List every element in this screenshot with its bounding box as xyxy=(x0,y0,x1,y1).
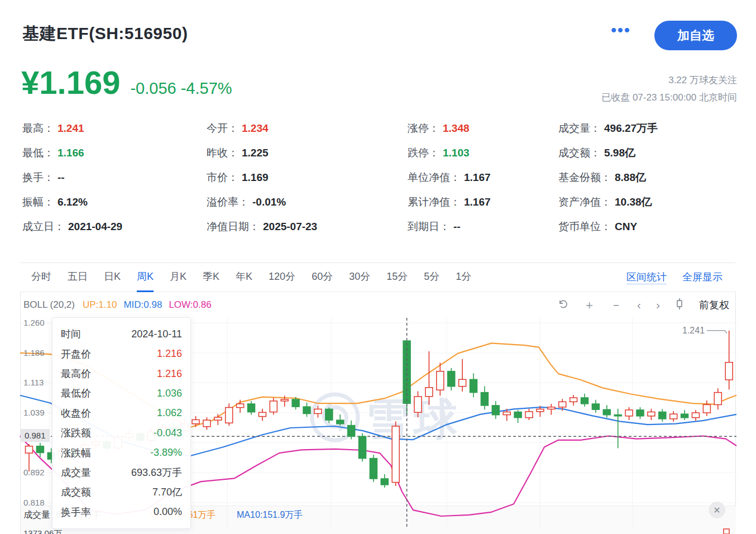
stat-label: 成立日： xyxy=(22,220,65,234)
tooltip-row: 开盘价1.216 xyxy=(61,347,182,361)
stat-value: 8.88亿 xyxy=(615,170,646,185)
tab-15分[interactable]: 15分 xyxy=(386,263,408,292)
tab-1分[interactable]: 1分 xyxy=(456,263,471,292)
period-tabbar: 分时五日日K周K月K季K年K120分60分30分15分5分1分 区间统计全屏显示 xyxy=(20,263,736,292)
chart-controls: ＋ － ‹ › 前复权 xyxy=(557,298,736,312)
zoom-in-icon[interactable]: ＋ xyxy=(583,299,595,311)
stat-row: 涨停：1.348 xyxy=(408,116,491,141)
stat-row: 市价：1.169 xyxy=(207,165,317,190)
page-title: 基建ETF(SH:516950) xyxy=(22,22,188,45)
stat-value: -0.01% xyxy=(252,196,286,208)
tooltip-label: 最高价 xyxy=(61,367,91,380)
market-status: 已收盘 07-23 15:00:00 北京时间 xyxy=(601,89,737,106)
stat-label: 净值日期： xyxy=(207,220,260,234)
close-icon[interactable]: ✕ xyxy=(709,502,725,518)
zoom-out-icon[interactable]: － xyxy=(610,299,622,311)
tab-120分[interactable]: 120分 xyxy=(269,263,295,292)
candle-tooltip: 时间2024-10-11开盘价1.216最高价1.216最低价1.036收盘价1… xyxy=(52,317,191,529)
stat-label: 昨收： xyxy=(207,146,238,160)
tooltip-value: 0.00% xyxy=(154,506,182,518)
stat-value: 5.98亿 xyxy=(604,146,635,160)
tab-周K[interactable]: 周K xyxy=(137,263,154,292)
undo-icon[interactable] xyxy=(557,298,568,311)
stat-row: 最低：1.166 xyxy=(22,141,122,165)
stat-row: 成立日：2021-04-29 xyxy=(22,214,122,239)
stat-value: 1.167 xyxy=(464,196,491,208)
adjust-mode-label[interactable]: 前复权 xyxy=(699,298,729,312)
stat-label: 基金份额： xyxy=(558,170,611,185)
tooltip-row: 最低价1.036 xyxy=(61,387,182,400)
stat-value: 1.166 xyxy=(58,147,84,159)
stat-row: 成交额：5.98亿 xyxy=(558,141,658,165)
stats-column: 成交量：496.27万手成交额：5.98亿基金份额：8.88亿资产净值：10.3… xyxy=(558,116,658,239)
tooltip-value: -3.89% xyxy=(150,447,182,459)
stat-value: -- xyxy=(58,171,65,184)
market-meta: 3.22 万球友关注 已收盘 07-23 15:00:00 北京时间 xyxy=(601,71,737,106)
tooltip-label: 时间 xyxy=(61,327,81,341)
stat-label: 跌停： xyxy=(408,146,439,160)
stat-label: 单位净值： xyxy=(408,170,461,185)
stat-row: 最高：1.241 xyxy=(22,116,122,141)
stat-row: 到期日：-- xyxy=(408,214,491,239)
tab-30分[interactable]: 30分 xyxy=(349,263,370,292)
stat-label: 成交量： xyxy=(558,121,601,136)
tooltip-label: 成交量 xyxy=(61,466,91,479)
stat-row: 跌停：1.103 xyxy=(408,141,491,165)
stats-column: 最高：1.241最低：1.166换手：--振幅：6.12%成立日：2021-04… xyxy=(22,116,122,239)
tab-季K[interactable]: 季K xyxy=(203,263,219,292)
more-icon[interactable]: ••• xyxy=(610,21,632,40)
boll-low-value: LOW:0.86 xyxy=(169,299,211,311)
tooltip-label: 涨跌额 xyxy=(61,426,91,440)
tooltip-row: 收盘价1.062 xyxy=(61,407,182,420)
range-stats-link[interactable]: 区间统计 xyxy=(626,270,667,284)
tab-分时[interactable]: 分时 xyxy=(31,263,51,292)
boll-up-value: UP:1.10 xyxy=(83,299,117,311)
pan-left-icon[interactable]: ‹ xyxy=(637,299,641,311)
tab-五日[interactable]: 五日 xyxy=(68,263,88,292)
stat-row: 单位净值：1.167 xyxy=(408,165,491,190)
stat-label: 涨停： xyxy=(408,121,439,136)
tab-年K[interactable]: 年K xyxy=(236,263,252,292)
tooltip-value: -0.043 xyxy=(154,427,182,439)
stats-column: 今开：1.234昨收：1.225市价：1.169溢价率：-0.01%净值日期：2… xyxy=(207,116,317,239)
stat-label: 到期日： xyxy=(408,220,450,234)
stat-row: 基金份额：8.88亿 xyxy=(558,165,658,190)
stat-value: 1.348 xyxy=(443,122,470,135)
stat-value: 1.225 xyxy=(242,147,269,159)
candle-style-icon[interactable] xyxy=(675,298,684,312)
tooltip-label: 涨跌幅 xyxy=(61,446,91,460)
tab-日K[interactable]: 日K xyxy=(104,263,121,292)
tooltip-value: 1.216 xyxy=(157,348,182,360)
stat-value: 496.27万手 xyxy=(604,121,658,136)
followers-count: 3.22 万球友关注 xyxy=(601,71,737,89)
tooltip-row: 换手率0.00% xyxy=(61,506,182,519)
tab-5分[interactable]: 5分 xyxy=(424,263,439,292)
tooltip-label: 成交额 xyxy=(61,485,91,499)
stock-detail-page: 基建ETF(SH:516950) ••• 加自选 ¥1.169 -0.056 -… xyxy=(0,0,756,534)
indicator-bar: BOLL (20,2) UP:1.10 MID:0.98 LOW:0.86 ＋ … xyxy=(20,292,736,317)
stat-label: 振幅： xyxy=(22,195,54,209)
stat-value: 10.38亿 xyxy=(615,195,652,209)
stat-row: 货币单位：CNY xyxy=(558,214,658,239)
tab-月K[interactable]: 月K xyxy=(170,263,186,292)
price-change: -0.056 -4.57% xyxy=(130,79,232,98)
fullscreen-link[interactable]: 全屏显示 xyxy=(682,270,722,284)
stat-label: 换手： xyxy=(22,170,54,185)
indicator-name: BOLL (20,2) xyxy=(23,299,75,311)
stat-value: -- xyxy=(453,221,461,233)
pan-right-icon[interactable]: › xyxy=(656,299,660,311)
current-price: ¥1.169 xyxy=(21,64,120,101)
add-watchlist-button[interactable]: 加自选 xyxy=(654,21,737,50)
stat-label: 今开： xyxy=(207,121,238,136)
stat-value: CNY xyxy=(615,221,637,233)
stat-value: 1.234 xyxy=(242,122,269,135)
stat-label: 溢价率： xyxy=(207,195,249,209)
stat-row: 今开：1.234 xyxy=(207,116,317,141)
tooltip-value: 7.70亿 xyxy=(152,485,182,499)
tooltip-row: 时间2024-10-11 xyxy=(61,327,182,341)
stat-row: 累计净值：1.167 xyxy=(408,190,491,214)
stat-value: 1.241 xyxy=(58,122,84,135)
tab-60分[interactable]: 60分 xyxy=(312,263,333,292)
stats-column: 涨停：1.348跌停：1.103单位净值：1.167累计净值：1.167到期日：… xyxy=(408,116,491,239)
stat-value: 2021-04-29 xyxy=(68,221,122,233)
